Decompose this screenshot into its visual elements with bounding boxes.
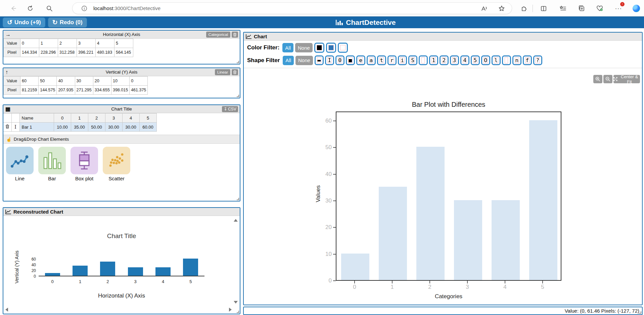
- settings-more-icon[interactable]: ··· ↑: [614, 4, 623, 13]
- axis-cell[interactable]: 30: [75, 77, 93, 86]
- shape-filter-button[interactable]: 4: [460, 55, 469, 65]
- series-value-cell[interactable]: 35.00: [71, 123, 88, 132]
- center-fit-button[interactable]: Center & Fit: [613, 75, 640, 83]
- shape-filter-button[interactable]: ▬: [315, 55, 324, 65]
- resize-handle[interactable]: [639, 311, 641, 314]
- series-value-cell[interactable]: 10.00: [54, 123, 71, 132]
- scroll-up-arrow[interactable]: [234, 219, 238, 222]
- undo-button[interactable]: ↺ Undo (+9): [3, 17, 45, 28]
- axis-cell[interactable]: 144.334: [20, 48, 39, 57]
- read-aloud-icon[interactable]: [480, 4, 489, 13]
- axis-cell[interactable]: 564.145: [114, 48, 133, 57]
- x-axis-delete-button[interactable]: [232, 32, 238, 38]
- series-name-cell[interactable]: Bar 1: [19, 123, 54, 132]
- scroll-left-arrow[interactable]: [5, 308, 8, 312]
- site-info-icon[interactable]: [80, 4, 89, 13]
- shape-filter-button[interactable]: t: [377, 55, 386, 65]
- shape-filter-button[interactable]: ?: [533, 55, 542, 65]
- axis-cell[interactable]: 5: [114, 39, 133, 48]
- shape-filter-button[interactable]: 1: [429, 55, 438, 65]
- delete-series-cell[interactable]: [3, 123, 11, 132]
- copilot-icon[interactable]: [632, 4, 641, 13]
- browser-essentials-icon[interactable]: [595, 4, 604, 13]
- shape-filter-button[interactable]: S: [408, 55, 417, 65]
- axis-cell[interactable]: 50: [39, 77, 57, 86]
- main-chart-plot[interactable]: [336, 111, 561, 281]
- axis-cell[interactable]: 312.258: [58, 48, 77, 57]
- series-value-cell[interactable]: 60.00: [139, 123, 156, 132]
- shape-filter-button[interactable]: [502, 55, 511, 65]
- main-chart-bar[interactable]: [416, 147, 445, 280]
- back-icon[interactable]: [9, 4, 18, 13]
- shape-filter-button[interactable]: 2: [440, 55, 449, 65]
- main-chart-bar[interactable]: [341, 254, 369, 280]
- color-swatch-button[interactable]: [326, 43, 336, 53]
- shape-filter-button[interactable]: n: [512, 55, 521, 65]
- color-swatch-button[interactable]: [338, 43, 348, 53]
- shape-filter-button[interactable]: a: [367, 55, 376, 65]
- scatter-element-tile[interactable]: [103, 147, 130, 174]
- shape-filter-button[interactable]: 3: [450, 55, 459, 65]
- axis-cell[interactable]: 396.221: [77, 48, 96, 57]
- shape-filter-button[interactable]: [419, 55, 428, 65]
- axis-cell[interactable]: 334.655: [93, 86, 111, 95]
- favorites-list-icon[interactable]: [559, 4, 567, 13]
- chart-title-field[interactable]: Chart Title: [3, 106, 240, 111]
- shape-filter-button[interactable]: 0: [335, 55, 344, 65]
- collections-icon[interactable]: [577, 4, 586, 13]
- mini-chart-bar[interactable]: [183, 259, 198, 276]
- color-filter-none-button[interactable]: None: [295, 43, 313, 52]
- axis-cell[interactable]: 40: [57, 77, 75, 86]
- axis-cell[interactable]: 81.2159: [20, 86, 39, 95]
- mini-chart-plot[interactable]: [39, 258, 204, 276]
- axis-cell[interactable]: 60: [20, 77, 39, 86]
- axis-cell[interactable]: 20: [93, 77, 111, 86]
- main-chart-bar[interactable]: [379, 187, 407, 280]
- series-value-cell[interactable]: 50.00: [88, 123, 105, 132]
- axis-cell[interactable]: 0: [20, 39, 39, 48]
- resize-handle[interactable]: [237, 311, 239, 313]
- shape-filter-button[interactable]: 5: [471, 55, 480, 65]
- mini-chart-bar[interactable]: [73, 266, 88, 276]
- series-value-cell[interactable]: 30.00: [105, 123, 122, 132]
- axis-cell[interactable]: 10: [111, 77, 129, 86]
- main-chart-bar[interactable]: [529, 120, 557, 280]
- resize-handle[interactable]: [237, 95, 239, 97]
- scroll-down-arrow[interactable]: [234, 301, 238, 304]
- axis-cell[interactable]: 4: [96, 39, 114, 48]
- mini-chart-bar[interactable]: [45, 273, 60, 276]
- search-icon[interactable]: [45, 4, 54, 13]
- shape-filter-button[interactable]: f: [523, 55, 532, 65]
- shape-filter-button[interactable]: O: [481, 55, 490, 65]
- axis-cell[interactable]: 2: [58, 39, 77, 48]
- shape-filter-none-button[interactable]: None: [295, 56, 313, 65]
- mini-chart-bar[interactable]: [128, 267, 143, 276]
- shape-filter-button[interactable]: ■: [346, 55, 355, 65]
- mini-chart-bar[interactable]: [100, 262, 115, 276]
- redo-button[interactable]: ↻ Redo (0): [48, 17, 87, 28]
- shape-filter-all-button[interactable]: All: [283, 56, 294, 65]
- bar-element-tile[interactable]: [38, 147, 66, 174]
- axis-cell[interactable]: 207.935: [57, 86, 75, 95]
- shape-filter-button[interactable]: r: [387, 55, 397, 65]
- axis-cell[interactable]: 144.575: [39, 86, 57, 95]
- shape-filter-button[interactable]: l: [492, 55, 501, 65]
- address-bar[interactable]: localhost:3000/ChartDetective: [72, 2, 512, 14]
- shape-filter-button[interactable]: I: [325, 55, 334, 65]
- main-chart-bar[interactable]: [492, 200, 520, 280]
- color-swatch-button[interactable]: [314, 43, 324, 53]
- axis-cell[interactable]: 0: [130, 77, 148, 86]
- axis-cell[interactable]: 480.183: [96, 48, 114, 57]
- y-axis-delete-button[interactable]: [232, 69, 238, 75]
- series-value-cell[interactable]: 30.00: [122, 123, 139, 132]
- zoom-out-button[interactable]: [603, 75, 612, 83]
- axis-cell[interactable]: 398.015: [111, 86, 129, 95]
- export-csv-button[interactable]: ↧ CSV: [222, 106, 238, 112]
- line-element-tile[interactable]: [6, 147, 34, 174]
- axis-cell[interactable]: 271.295: [75, 86, 93, 95]
- mini-chart-bar[interactable]: [155, 267, 171, 276]
- shape-filter-button[interactable]: i: [398, 55, 407, 65]
- boxplot-element-tile[interactable]: [71, 147, 98, 174]
- rename-series-cell[interactable]: I: [11, 123, 19, 132]
- reload-icon[interactable]: [26, 4, 35, 13]
